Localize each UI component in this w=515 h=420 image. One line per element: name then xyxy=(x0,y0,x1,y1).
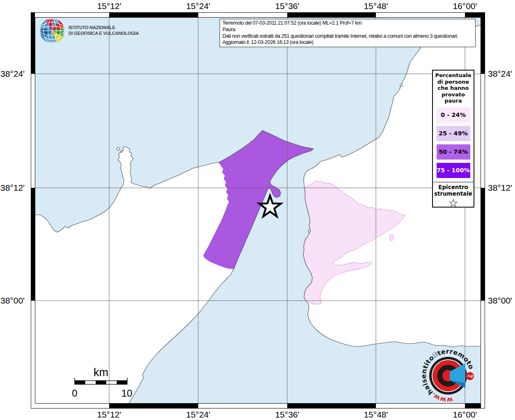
axis-label-left-3812: 38°12' xyxy=(0,183,25,193)
map-area: km 0 10 ? xyxy=(0,0,481,404)
ingv-name-line2: DI GEOFISICA E VULCANOLOGIA xyxy=(69,31,139,37)
axis-label-top-1536: 15°36' xyxy=(275,1,299,11)
map-canvas: km 0 10 ? xyxy=(0,0,515,420)
macroseismic-map-page: km 0 10 ? xyxy=(0,0,515,420)
axis-label-bottom-1600: 16°00' xyxy=(453,410,477,420)
epicenter-star-icon: ☆ xyxy=(433,197,474,209)
axis-label-top-1512: 15°12' xyxy=(97,1,121,11)
axis-label-top-1524: 15°24' xyxy=(186,1,210,11)
axis-label-right-3800: 38°00' xyxy=(488,296,512,306)
axis-label-top-1548: 15°48' xyxy=(364,1,388,11)
axis-label-bottom-1512: 15°12' xyxy=(97,410,121,420)
info-source-line: Dati non verificati estratti da 251 ques… xyxy=(222,33,473,40)
watermark-it: .it xyxy=(0,0,2,2)
info-updated-line: Aggiornato il: 12-03-2026 16:13 (ora loc… xyxy=(222,39,473,46)
info-effect-line: Paura xyxy=(222,27,473,33)
legend-epicenter-label: Epicentro strumentale xyxy=(433,184,474,197)
legend-title: Percentuale di persone che hanno provato… xyxy=(433,71,474,104)
legend-swatch-0-24: 0 - 24% xyxy=(437,107,470,123)
legend-divider xyxy=(434,182,473,183)
felt-region-islet xyxy=(389,234,394,241)
question-mark: ? xyxy=(466,374,474,378)
scale-start-label: 0 xyxy=(72,388,77,399)
axis-label-bottom-1548: 15°48' xyxy=(364,410,388,420)
scilla-islet xyxy=(400,84,403,87)
axis-label-left-3800: 38°00' xyxy=(0,296,25,306)
milazzo-islet xyxy=(117,148,120,151)
axis-label-bottom-1536: 15°36' xyxy=(275,410,299,420)
coast-islet xyxy=(308,230,311,232)
legend-swatch-25-49: 25 - 49% xyxy=(437,126,470,141)
earthquake-info-box: Terremoto del 07-03-2011 21:07:52 (ora l… xyxy=(220,19,476,47)
axis-label-right-3824: 38°24' xyxy=(488,69,512,79)
ingv-name-line1: ISTITUTO NAZIONALE xyxy=(69,25,139,31)
ingv-institute-name: ISTITUTO NAZIONALE DI GEOFISICA E VULCAN… xyxy=(69,25,139,36)
scale-unit-label: km xyxy=(94,366,108,379)
axis-label-top-1600: 16°00' xyxy=(453,1,477,11)
axis-label-right-3812: 38°12' xyxy=(488,183,512,193)
axis-label-bottom-1524: 15°24' xyxy=(186,410,210,420)
legend-swatch-75-100: 75 - 100% xyxy=(437,163,470,178)
axis-label-left-3824: 38°24' xyxy=(0,69,25,79)
milazzo-islet-2 xyxy=(121,151,122,152)
info-event-line: Terremoto del 07-03-2011 21:07:52 (ora l… xyxy=(222,20,473,27)
legend-swatch-50-74: 50 - 74% xyxy=(437,144,470,160)
scale-end-label: 10 xyxy=(121,388,133,399)
legend: Percentuale di persone che hanno provato… xyxy=(432,70,474,208)
ingv-logo-icon xyxy=(40,18,64,43)
